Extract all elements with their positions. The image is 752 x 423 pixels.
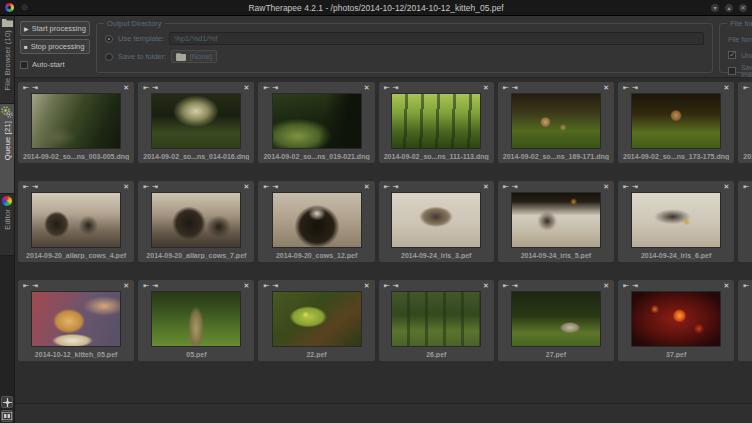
- use-template-radio[interactable]: [105, 35, 113, 43]
- move-to-end-icon[interactable]: ⇥: [393, 84, 399, 92]
- gears-icon: [1, 106, 13, 118]
- close-icon[interactable]: ✕: [738, 3, 748, 13]
- queue-thumbnail-cell[interactable]: ⇤ ⇥ ✕ 2014-10-12_kitteh_05.pef: [18, 280, 134, 361]
- move-to-end-icon[interactable]: ⇥: [32, 84, 38, 92]
- move-to-end-icon[interactable]: ⇥: [512, 282, 518, 290]
- move-to-end-icon[interactable]: ⇥: [152, 84, 158, 92]
- queue-thumbnail-cell[interactable]: ⇤ ⇥ ✕ 2014-09-02_so...ns_169-171.dng: [498, 82, 614, 163]
- move-to-end-icon[interactable]: ⇥: [272, 183, 278, 191]
- queue-thumbnail-cell[interactable]: ⇤ ⇥ ✕ 22.pef: [258, 280, 374, 361]
- move-to-start-icon[interactable]: ⇤: [743, 84, 749, 92]
- remove-from-queue-icon[interactable]: ✕: [123, 183, 129, 191]
- move-to-start-icon[interactable]: ⇤: [623, 282, 629, 290]
- remove-from-queue-icon[interactable]: ✕: [123, 282, 129, 290]
- move-to-end-icon[interactable]: ⇥: [632, 282, 638, 290]
- move-to-end-icon[interactable]: ⇥: [393, 282, 399, 290]
- queue-thumbnail-cell[interactable]: ⇤ ⇥ ✕ 2014-09-24_iris_6.pef: [618, 181, 734, 262]
- auto-start-checkbox-row[interactable]: Auto-start: [20, 60, 90, 69]
- remove-from-queue-icon[interactable]: ✕: [723, 84, 729, 92]
- move-to-start-icon[interactable]: ⇤: [384, 183, 390, 191]
- window-menu-button[interactable]: [20, 3, 29, 12]
- move-to-start-icon[interactable]: ⇤: [263, 84, 269, 92]
- queue-thumbnail-cell[interactable]: ⇤ ⇥ ✕ 2014-09-24_iris_7.pef: [738, 181, 752, 262]
- sidebar-tab-queue[interactable]: Queue [21]: [0, 104, 14, 194]
- move-to-end-icon[interactable]: ⇥: [272, 282, 278, 290]
- move-to-start-icon[interactable]: ⇤: [743, 183, 749, 191]
- queue-thumbnail-cell[interactable]: ⇤ ⇥ ✕ 2014-09-02_so...ns_173-175.dng: [618, 82, 734, 163]
- move-to-end-icon[interactable]: ⇥: [152, 183, 158, 191]
- thumbnail-filename: 2014-09-24_iris_3.pef: [384, 252, 489, 259]
- move-to-start-icon[interactable]: ⇤: [23, 183, 29, 191]
- queue-thumbnail-cell[interactable]: ⇤ ⇥ ✕ 2014-09-24_iris_3.pef: [379, 181, 494, 262]
- stop-processing-button[interactable]: ■ Stop processing: [20, 39, 90, 54]
- auto-start-checkbox[interactable]: [20, 61, 28, 69]
- move-to-start-icon[interactable]: ⇤: [503, 183, 509, 191]
- move-to-start-icon[interactable]: ⇤: [23, 282, 29, 290]
- move-to-end-icon[interactable]: ⇥: [32, 183, 38, 191]
- save-to-folder-radio[interactable]: [105, 53, 113, 61]
- start-processing-button[interactable]: ▶ Start processing: [20, 21, 90, 36]
- move-to-end-icon[interactable]: ⇥: [632, 84, 638, 92]
- remove-from-queue-icon[interactable]: ✕: [483, 282, 489, 290]
- queue-thumbnail-cell[interactable]: ⇤ ⇥ ✕ 2014-09-02_so...ns_003-005.dng: [18, 82, 134, 163]
- queue-thumbnail-cell[interactable]: ⇤ ⇥ ✕ 05.pef: [138, 280, 254, 361]
- remove-from-queue-icon[interactable]: ✕: [483, 183, 489, 191]
- remove-from-queue-icon[interactable]: ✕: [483, 84, 489, 92]
- filmstrip-toggle-button[interactable]: [1, 410, 13, 422]
- remove-from-queue-icon[interactable]: ✕: [364, 84, 370, 92]
- sidebar-tab-editor[interactable]: Editor: [0, 194, 14, 256]
- remove-from-queue-icon[interactable]: ✕: [723, 183, 729, 191]
- move-to-end-icon[interactable]: ⇥: [393, 183, 399, 191]
- move-to-end-icon[interactable]: ⇥: [32, 282, 38, 290]
- remove-from-queue-icon[interactable]: ✕: [123, 84, 129, 92]
- move-to-start-icon[interactable]: ⇤: [743, 282, 749, 290]
- remove-from-queue-icon[interactable]: ✕: [603, 84, 609, 92]
- queue-thumbnail-cell[interactable]: ⇤ ⇥ ✕ 2014-09-02_so...ns_014-016.dng: [138, 82, 254, 163]
- remove-from-queue-icon[interactable]: ✕: [364, 282, 370, 290]
- remove-from-queue-icon[interactable]: ✕: [723, 282, 729, 290]
- queue-thumbnail-cell[interactable]: ⇤ ⇥ ✕ 2014-09-20_cows_12.pef: [258, 181, 374, 262]
- remove-from-queue-icon[interactable]: ✕: [244, 183, 250, 191]
- move-to-start-icon[interactable]: ⇤: [503, 282, 509, 290]
- move-to-end-icon[interactable]: ⇥: [152, 282, 158, 290]
- color-wheel-icon: [2, 196, 12, 206]
- maximize-icon[interactable]: ▴: [724, 3, 734, 13]
- queue-thumbnail-cell[interactable]: ⇤ ⇥ ✕ 37.pef: [618, 280, 734, 361]
- queue-thumbnail-cell[interactable]: ⇤ ⇥ ✕ 2014-09-02_soderasens_179.dng: [738, 82, 752, 163]
- remove-from-queue-icon[interactable]: ✕: [244, 84, 250, 92]
- queue-thumbnail-cell[interactable]: ⇤ ⇥ ✕ 2014-09-02_so...ns_019-021.dng: [258, 82, 374, 163]
- move-to-end-icon[interactable]: ⇥: [272, 84, 278, 92]
- remove-from-queue-icon[interactable]: ✕: [364, 183, 370, 191]
- queue-thumbnail-cell[interactable]: ⇤ ⇥ ✕ 2014-09-20_allarp_cows_4.pef: [18, 181, 134, 262]
- queue-thumbnail-cell[interactable]: ⇤ ⇥ ✕ 2014-09-20_allarp_cows_7.pef: [138, 181, 254, 262]
- move-to-start-icon[interactable]: ⇤: [263, 282, 269, 290]
- move-to-end-icon[interactable]: ⇥: [512, 183, 518, 191]
- sidebar-tab-file-browser[interactable]: File Browser (10): [0, 16, 14, 104]
- move-to-start-icon[interactable]: ⇤: [143, 183, 149, 191]
- uncompressed-tiff-checkbox[interactable]: [728, 51, 736, 59]
- remove-from-queue-icon[interactable]: ✕: [603, 183, 609, 191]
- queue-thumbnail-cell[interactable]: ⇤ ⇥ ✕ 27.pef: [498, 280, 614, 361]
- minimize-icon[interactable]: ▾: [710, 3, 720, 13]
- move-to-start-icon[interactable]: ⇤: [384, 282, 390, 290]
- move-to-start-icon[interactable]: ⇤: [143, 282, 149, 290]
- move-to-start-icon[interactable]: ⇤: [623, 183, 629, 191]
- folder-chooser-button[interactable]: (None): [171, 50, 217, 63]
- move-to-end-icon[interactable]: ⇥: [512, 84, 518, 92]
- remove-from-queue-icon[interactable]: ✕: [603, 282, 609, 290]
- template-input[interactable]: %p1/%d1/%f: [169, 32, 704, 45]
- move-to-end-icon[interactable]: ⇥: [632, 183, 638, 191]
- detach-panel-button[interactable]: [1, 396, 13, 408]
- queue-thumbnail-cell[interactable]: ⇤ ⇥ ✕ hdr_1_62.dng: [738, 280, 752, 361]
- move-to-start-icon[interactable]: ⇤: [263, 183, 269, 191]
- save-params-checkbox[interactable]: [728, 67, 736, 75]
- move-to-start-icon[interactable]: ⇤: [503, 84, 509, 92]
- queue-thumbnail-cell[interactable]: ⇤ ⇥ ✕ 2014-09-24_iris_5.pef: [498, 181, 614, 262]
- move-to-start-icon[interactable]: ⇤: [143, 84, 149, 92]
- move-to-start-icon[interactable]: ⇤: [384, 84, 390, 92]
- move-to-start-icon[interactable]: ⇤: [623, 84, 629, 92]
- move-to-start-icon[interactable]: ⇤: [23, 84, 29, 92]
- queue-thumbnail-cell[interactable]: ⇤ ⇥ ✕ 26.pef: [379, 280, 494, 361]
- queue-thumbnail-cell[interactable]: ⇤ ⇥ ✕ 2014-09-02_so...ns_111-113.dng: [379, 82, 494, 163]
- remove-from-queue-icon[interactable]: ✕: [244, 282, 250, 290]
